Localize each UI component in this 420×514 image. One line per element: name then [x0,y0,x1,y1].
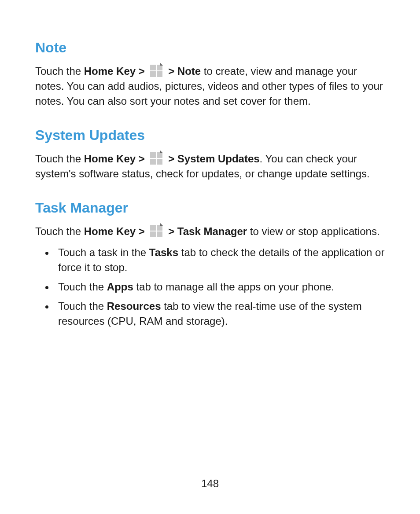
apps-grid-icon [150,225,162,237]
bold: Apps [107,281,133,293]
text [145,65,148,77]
text: Touch the [35,65,84,77]
text: Touch the [35,153,84,165]
paragraph-system-updates: Touch the Home Key > > System Updates. Y… [35,151,385,181]
text: Touch the [58,281,107,293]
paragraph-note: Touch the Home Key > > Note to create, v… [35,64,385,109]
text [145,225,148,237]
list-item: Touch the Apps tab to manage all the app… [55,279,385,294]
bold-target: > Note [168,65,201,77]
bold-path: Home Key > [84,153,145,165]
text: to view or stop applications. [247,225,380,237]
list-item: Touch a task in the Tasks tab to check t… [55,245,385,275]
document-page: Note Touch the Home Key > > Note to crea… [0,0,420,514]
text: Touch the [58,300,107,312]
list-item: Touch the Resources tab to view the real… [55,299,385,329]
page-number: 148 [0,477,420,490]
paragraph-task-manager: Touch the Home Key > > Task Manager to v… [35,224,385,239]
bold: Tasks [149,246,178,258]
bold-path: Home Key > [84,225,145,237]
bold-target: > Task Manager [168,225,247,237]
bold-target: > System Updates [168,153,259,165]
apps-grid-icon [150,65,162,77]
bold: Resources [107,300,161,312]
heading-task-manager: Task Manager [35,200,385,216]
heading-system-updates: System Updates [35,127,385,143]
apps-grid-icon [150,152,162,165]
text: Touch a task in the [58,246,149,258]
text [145,153,148,165]
text: Touch the [35,225,84,237]
text: tab to manage all the apps on your phone… [133,281,334,293]
task-manager-bullets: Touch a task in the Tasks tab to check t… [35,245,385,329]
heading-note: Note [35,40,385,56]
bold-path: Home Key > [84,65,145,77]
